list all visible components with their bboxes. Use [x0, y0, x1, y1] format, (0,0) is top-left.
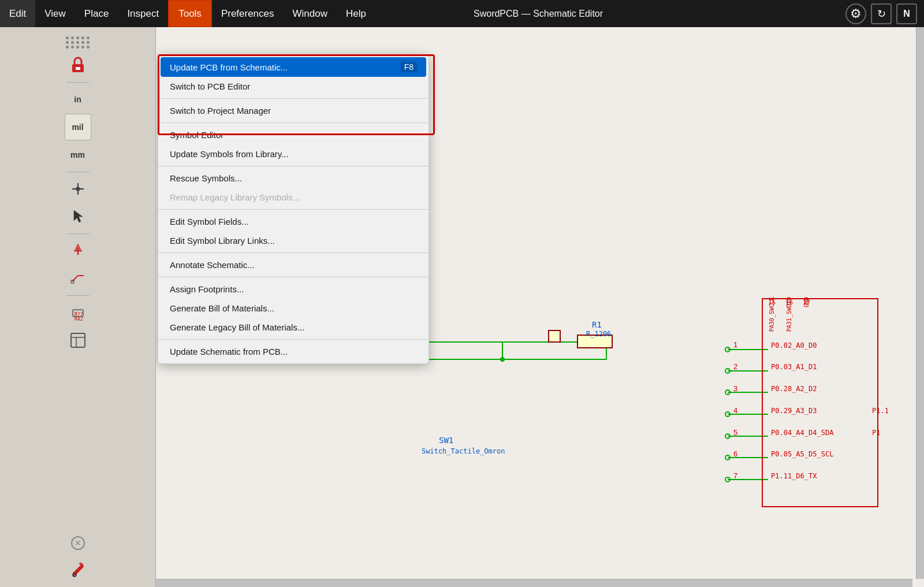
- sep7: [158, 339, 429, 340]
- svg-text:2: 2: [733, 362, 737, 371]
- svg-text:P0.02_A0_D0: P0.02_A0_D0: [771, 341, 817, 350]
- menu-tools[interactable]: Tools: [168, 0, 212, 27]
- svg-text:3: 3: [733, 384, 737, 393]
- menu-item-remap-legacy: Remap Legacy Library Symbols...: [158, 188, 429, 207]
- menu-item-switch-pcb[interactable]: Switch to PCB Editor: [158, 77, 429, 96]
- menu-item-update-pcb[interactable]: Update PCB from Schematic... F8: [161, 57, 426, 77]
- svg-text:P0.04_A4_D4_SDA: P0.04_A4_D4_SDA: [771, 429, 834, 437]
- svg-text:6: 6: [733, 449, 737, 458]
- svg-text:R1: R1: [592, 320, 602, 329]
- menu-item-rescue-symbols[interactable]: Rescue Symbols...: [158, 169, 429, 188]
- svg-text:P0.03_A1_D1: P0.03_A1_D1: [771, 363, 817, 371]
- svg-text:16: 16: [785, 299, 793, 306]
- wrench-tool[interactable]: [65, 556, 91, 582]
- svg-text:P1.1: P1.1: [872, 407, 889, 415]
- shortcut-f8: F8: [401, 62, 417, 72]
- menu-preferences[interactable]: Preferences: [212, 0, 284, 27]
- tools-menu-dropdown: Update PCB from Schematic... F8 Switch t…: [158, 54, 429, 364]
- scrollbar-vertical[interactable]: [916, 27, 924, 579]
- canvas: 1 2 3 4 5 6 7 P0.02_A0_D0 P0.03_A1_D1 P0…: [156, 27, 924, 587]
- menu-item-edit-symbol-fields[interactable]: Edit Symbol Fields...: [158, 212, 429, 231]
- svg-text:17: 17: [803, 299, 810, 306]
- menu-place[interactable]: Place: [75, 0, 118, 27]
- menu-item-update-schematic-pcb[interactable]: Update Schematic from PCB...: [158, 342, 429, 361]
- sep2: [66, 172, 90, 172]
- menu-item-assign-footprints[interactable]: Assign Footprints...: [158, 280, 429, 299]
- lock-button[interactable]: [65, 52, 91, 79]
- svg-rect-26: [549, 330, 560, 342]
- sep4: [66, 295, 90, 296]
- sep3: [158, 166, 429, 166]
- app-title: SwordPCB — Schematic Editor: [474, 9, 603, 19]
- menu-help[interactable]: Help: [337, 0, 375, 27]
- svg-text:SW1: SW1: [439, 436, 453, 445]
- svg-text:P1.11_D6_TX: P1.11_D6_TX: [771, 472, 817, 480]
- unit-mm[interactable]: mm: [65, 142, 91, 168]
- unit-in[interactable]: in: [65, 86, 91, 113]
- cursor-tool[interactable]: [65, 176, 91, 202]
- settings-icon[interactable]: ⚙: [845, 3, 866, 24]
- layout-tool[interactable]: [65, 327, 91, 354]
- sep6: [158, 277, 429, 277]
- menu-item-update-symbols[interactable]: Update Symbols from Library...: [158, 144, 429, 164]
- menu-window[interactable]: Window: [284, 0, 337, 27]
- svg-rect-1: [76, 67, 80, 70]
- left-toolbar: in mil mm: [0, 27, 156, 587]
- menubar-icons: SwordPCB — Schematic Editor ⚙ ↻ N: [845, 3, 924, 24]
- toolbar-dots: [66, 36, 90, 49]
- svg-text:P0.29_A3_D3: P0.29_A3_D3: [771, 407, 817, 415]
- sep4: [158, 209, 429, 210]
- refresh-icon[interactable]: ↻: [871, 3, 892, 24]
- svg-text:P0.28_A2_D2: P0.28_A2_D2: [771, 385, 817, 393]
- menu-edit[interactable]: Edit: [0, 0, 35, 27]
- no-connect-tool[interactable]: R?? R42: [65, 299, 91, 326]
- svg-rect-14: [71, 333, 85, 347]
- menu-item-gen-bom[interactable]: Generate Bill of Materials...: [158, 299, 429, 318]
- main-area: in mil mm: [0, 27, 924, 587]
- close-panel[interactable]: ✕: [71, 536, 85, 550]
- svg-text:R_1206: R_1206: [586, 330, 611, 338]
- menu-inspect[interactable]: Inspect: [118, 0, 168, 27]
- close-icon[interactable]: ✕: [71, 536, 85, 550]
- svg-text:15: 15: [768, 299, 776, 306]
- svg-text:P0.05_A5_D5_SCL: P0.05_A5_D5_SCL: [771, 450, 833, 458]
- scrollbar-horizontal[interactable]: [156, 579, 912, 587]
- menu-item-symbol-editor[interactable]: Symbol Editor: [158, 125, 429, 144]
- sep3: [66, 233, 90, 234]
- menu-item-gen-legacy-bom[interactable]: Generate Legacy Bill of Materials...: [158, 318, 429, 337]
- sep2: [158, 122, 429, 123]
- svg-text:1: 1: [733, 340, 737, 349]
- sep5: [158, 252, 429, 253]
- svg-text:P1: P1: [872, 429, 880, 437]
- svg-point-22: [500, 357, 505, 362]
- svg-text:4: 4: [733, 406, 737, 415]
- add-power-tool[interactable]: [65, 237, 91, 264]
- menubar: Edit View Place Inspect Tools Preference…: [0, 0, 924, 27]
- sep1: [158, 98, 429, 99]
- menu-view[interactable]: View: [35, 0, 75, 27]
- menu-item-switch-pm[interactable]: Switch to Project Manager: [158, 101, 429, 120]
- menu-item-edit-symbol-library[interactable]: Edit Symbol Library Links...: [158, 231, 429, 250]
- svg-text:5: 5: [733, 428, 737, 437]
- unit-mil[interactable]: mil: [65, 114, 91, 140]
- svg-text:Switch_Tactile_Omron: Switch_Tactile_Omron: [422, 447, 505, 455]
- wire-tool[interactable]: [65, 265, 91, 292]
- menu-item-annotate-schematic[interactable]: Annotate Schematic...: [158, 255, 429, 274]
- svg-text:R42: R42: [74, 317, 83, 321]
- pointer-tool[interactable]: [65, 203, 91, 230]
- notion-icon[interactable]: N: [896, 3, 917, 24]
- svg-text:7: 7: [733, 471, 737, 480]
- sep1: [66, 82, 90, 83]
